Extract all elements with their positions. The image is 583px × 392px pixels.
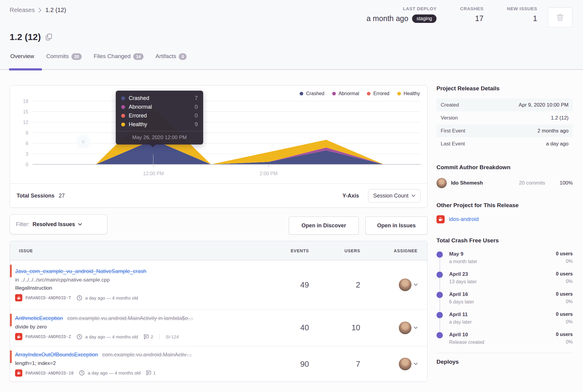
section-title-release-details: Project Release Details [436, 85, 573, 92]
release-tabs: Overview Commits 20 Files Changed 14 Art… [0, 51, 583, 70]
stat-label: NEW ISSUES [507, 6, 537, 11]
comment-count: 1 [153, 370, 156, 375]
chevron-down-icon[interactable] [414, 363, 418, 365]
author-name: Ido Shemesh [451, 180, 515, 186]
timeline-item: May 9 a month later 0 users 0% [436, 251, 573, 265]
legend-dot [332, 92, 336, 95]
tooltip-row: Crashed 7 [121, 95, 198, 101]
breadcrumb: Releases 1.2 (12) [10, 7, 66, 14]
tooltip-row: Abnormal 0 [121, 104, 198, 110]
issue-users-count: 7 [309, 359, 360, 369]
release-detail-page: Releases 1.2 (12) LAST DEPLOY a month ag… [0, 0, 583, 392]
column-header-events: EVENTS [258, 248, 309, 253]
tab-files-changed[interactable]: Files Changed 14 [93, 51, 144, 69]
chart-legend: Crashed Abnormal Errored Healthy [300, 91, 420, 96]
tab-commits[interactable]: Commits 20 [46, 51, 82, 69]
issue-location: in ../../../../src/main/cpp/native-sampl… [15, 277, 255, 283]
yaxis-label: Y-Axis [342, 193, 359, 199]
issues-table-header: ISSUE EVENTS USERS ASSIGNEE [10, 241, 427, 260]
tooltip-dot [121, 105, 125, 109]
comment-count: 2 [151, 334, 153, 339]
project-slug: PARANOID-ANDROID-Z [25, 334, 71, 339]
legend-item-crashed: Crashed [300, 91, 324, 96]
legend-item-abnormal: Abnormal [332, 91, 359, 96]
legend-label: Errored [373, 91, 389, 96]
project-platform-icon [15, 369, 22, 377]
issue-events-count: 49 [258, 280, 309, 290]
new-issues-value: 1 [533, 14, 537, 23]
issue-title-link[interactable]: ArithmeticException [15, 315, 63, 321]
section-title-crash-free: Total Crash Free Users [436, 237, 573, 244]
assignee-avatar[interactable] [399, 322, 411, 334]
yaxis-select[interactable]: Session Count [368, 189, 421, 203]
svg-text:18: 18 [23, 99, 28, 104]
issue-comments[interactable]: 2 [143, 334, 153, 339]
tab-label: Artifacts [156, 53, 176, 60]
issue-row[interactable]: ArithmeticExceptioncom.example.vu.androi… [10, 310, 427, 346]
crashes-value: 17 [475, 14, 484, 23]
issue-title-link[interactable]: ArrayIndexOutOfBoundsException [15, 352, 98, 358]
breadcrumb-releases-link[interactable]: Releases [10, 7, 35, 14]
issue-age: a day ago — 4 months old [85, 295, 138, 300]
svg-text:3: 3 [26, 151, 28, 157]
issues-filter-dropdown[interactable]: Filter: Resolved Issues [10, 214, 107, 234]
timeline-item: April 10 Release created 0 users 0% [436, 332, 573, 346]
tooltip-row: Healthy 9 [121, 121, 198, 128]
tab-label: Files Changed [94, 53, 131, 60]
issue-row[interactable]: ArrayIndexOutOfBoundsExceptioncom.exampl… [10, 346, 427, 382]
chevron-down-icon[interactable] [414, 327, 418, 329]
legend-label: Abnormal [339, 91, 359, 96]
section-title-commit-authors: Commit Author Breakdown [436, 164, 573, 171]
comment-icon [146, 370, 151, 375]
tooltip-guide-line [153, 154, 153, 165]
issue-comments[interactable]: 1 [146, 370, 156, 375]
svg-text:12: 12 [23, 120, 28, 125]
legend-label: Crashed [306, 91, 324, 96]
issue-events-count: 90 [258, 359, 309, 369]
issue-title-link[interactable]: Java_com_example_vu_android_NativeSample… [15, 268, 146, 274]
issue-short-id: SI-124 [165, 334, 179, 339]
column-header-issue: ISSUE [10, 248, 258, 253]
issue-message: IllegalInstruction [15, 285, 255, 291]
delete-release-button[interactable] [548, 8, 572, 27]
svg-text:9: 9 [26, 130, 28, 135]
tab-overview[interactable]: Overview [10, 51, 35, 69]
detail-row: Created Apr 9, 2020 10:00 PM [436, 98, 573, 111]
issues-table: ISSUE EVENTS USERS ASSIGNEE Java_com_exa… [10, 241, 427, 382]
issue-culprit: com.example.vu.android.MainActivity in l… [67, 315, 193, 321]
copy-icon[interactable] [46, 33, 52, 41]
legend-item-errored: Errored [367, 91, 389, 96]
issue-users-count: 2 [309, 280, 360, 290]
page-header: Releases 1.2 (12) LAST DEPLOY a month ag… [0, 0, 583, 70]
release-details-table: Created Apr 9, 2020 10:00 PM Version 1.2… [436, 98, 573, 150]
column-header-assignee: ASSIGNEE [360, 248, 418, 253]
timeline-dot [436, 272, 443, 278]
unhandled-indicator [10, 350, 12, 363]
last-deploy-value: a month ago [367, 14, 408, 23]
crash-free-timeline: May 9 a month later 0 users 0% April 23 … [436, 251, 573, 346]
stat-new-issues: NEW ISSUES 1 [507, 6, 537, 23]
page-title-block: 1.2 (12) [10, 32, 52, 42]
assignee-avatar[interactable] [399, 358, 411, 370]
chevron-down-icon[interactable] [414, 284, 418, 286]
tooltip-row: Errored 0 [121, 113, 198, 119]
tooltip-caret [150, 144, 156, 147]
timeline-dot [436, 332, 443, 338]
issue-row[interactable]: Java_com_example_vu_android_NativeSample… [10, 260, 427, 310]
chart-plot-area[interactable]: 036912151812:00 PM2:00 PM 0 Crashed 7 Ab… [10, 86, 428, 183]
assignee-avatar[interactable] [399, 278, 411, 291]
header-stats: LAST DEPLOY a month ago staging CRASHES … [367, 6, 537, 23]
open-in-issues-button[interactable]: Open in Issues [365, 216, 427, 235]
tab-artifacts[interactable]: Artifacts 0 [155, 51, 187, 69]
open-in-discover-button[interactable]: Open in Discover [289, 216, 359, 235]
legend-dot [300, 92, 303, 95]
other-project-link[interactable]: idos-android [449, 216, 479, 222]
page-title: 1.2 (12) [10, 32, 41, 42]
issue-events-count: 40 [258, 323, 309, 332]
issue-age: a day ago — 4 months old [85, 334, 138, 339]
issue-message: length=1; index=2 [15, 360, 255, 366]
stat-label: CRASHES [460, 6, 484, 11]
section-title-deploys: Deploys [436, 359, 573, 365]
legend-dot [397, 92, 401, 95]
author-commit-count: 20 commits [519, 180, 545, 186]
